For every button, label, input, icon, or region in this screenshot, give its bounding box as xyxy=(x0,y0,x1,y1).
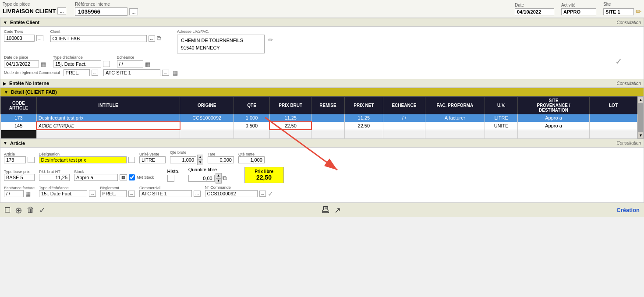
quantite-libre-up[interactable]: ▲ xyxy=(216,173,222,178)
quantite-libre-copy-icon[interactable]: ⧉ xyxy=(223,174,227,182)
activite-input[interactable] xyxy=(561,8,596,15)
article-consultation: Consultation xyxy=(616,141,641,145)
entete-interne-header[interactable]: ▶ Entête No Interne Consultation xyxy=(0,79,644,88)
article-header[interactable]: ▼ Article Consultation xyxy=(0,139,644,148)
qte-nette-input[interactable] xyxy=(238,156,265,163)
scrollbar-up-btn[interactable]: ▲ xyxy=(638,96,644,103)
n-commande-input[interactable] xyxy=(205,190,258,197)
art-type-echeance-input[interactable] xyxy=(39,190,87,197)
art-type-echeance-btn[interactable]: ... xyxy=(89,191,96,197)
edit-icon[interactable]: ✏ xyxy=(636,7,641,16)
unite-vente-input[interactable] xyxy=(139,156,166,163)
art-commercial-btn[interactable]: ... xyxy=(194,191,201,197)
detail-row-1[interactable]: 173 Desinfectant test prix CCS1000092 1,… xyxy=(1,114,637,122)
ref-interne-btn[interactable]: ... xyxy=(129,8,138,15)
adresse-label: Adresse LIV./FAC. xyxy=(177,29,273,34)
stock-input[interactable] xyxy=(74,174,118,181)
entete-client-title: Entête Client xyxy=(10,20,39,25)
row1-intitule: Desinfectant test prix xyxy=(36,114,180,122)
echeance-facture-calendar-icon[interactable]: ▦ xyxy=(25,191,31,197)
qte-brute-down[interactable]: ▼ xyxy=(197,160,203,165)
adresse-row: CHEMIN DE TOURNENFILS 91540 MENNECY ✏ xyxy=(177,35,273,53)
empty-lot xyxy=(589,130,637,138)
detail-table: CODEARTICLE INTITULE ORIGINE QTE PRIX BR… xyxy=(0,96,637,139)
export-button[interactable]: ↗ xyxy=(334,205,341,215)
type-echeance-input[interactable] xyxy=(53,60,101,67)
ec-date-piece-group: Date de pièce ▦ xyxy=(4,55,46,67)
col-lot: LOT xyxy=(589,97,637,114)
designation-btn[interactable]: ... xyxy=(128,157,135,163)
date-piece-label: Date de pièce xyxy=(4,55,46,60)
mode-reglement-btn[interactable]: ... xyxy=(92,70,99,76)
article-input[interactable] xyxy=(4,156,26,163)
client-btn[interactable]: ... xyxy=(149,35,156,42)
print-button[interactable]: 🖶 xyxy=(321,205,330,215)
code-tiers-label: Code Tiers xyxy=(4,29,43,34)
entete-client-header[interactable]: ▼ Entête Client Consultation xyxy=(0,18,644,27)
site-input[interactable] xyxy=(603,8,634,15)
stock-calendar-icon[interactable]: ▦ xyxy=(120,174,127,180)
detail-scrollbar[interactable]: ▲ ▼ xyxy=(637,96,644,139)
echeance-calendar-icon[interactable]: ▦ xyxy=(145,61,150,67)
type-base-prix-label: Type base prix xyxy=(4,170,35,174)
empty-prix-net xyxy=(344,130,383,138)
row2-qte: 0,500 xyxy=(234,122,270,130)
quantite-libre-input[interactable] xyxy=(188,175,215,182)
qte-brute-up[interactable]: ▲ xyxy=(197,155,203,160)
row2-fac-proforma xyxy=(425,122,485,130)
prix-libre-group: Prix libre 22,50 xyxy=(244,167,284,183)
pencil-icon[interactable]: ✏ xyxy=(268,36,273,43)
commercial-calendar-icon[interactable]: ▦ xyxy=(173,70,178,76)
echeance-facture-label: Echéance facture xyxy=(4,186,35,190)
adresse-line2: 91540 MENNECY xyxy=(181,44,261,52)
quantite-libre-down[interactable]: ▼ xyxy=(216,178,222,184)
commercial-input[interactable] xyxy=(103,69,160,76)
commercial-btn[interactable]: ... xyxy=(162,70,169,76)
code-tiers-input[interactable] xyxy=(4,35,35,42)
col-fac-proforma: FAC. PROFORMA xyxy=(425,97,485,114)
top-spacer xyxy=(147,2,506,16)
date-piece-input[interactable] xyxy=(4,60,39,67)
ref-interne-input[interactable] xyxy=(75,7,127,16)
code-tiers-btn[interactable]: ... xyxy=(36,35,43,41)
scrollbar-down-btn[interactable]: ▼ xyxy=(638,132,644,139)
n-commande-btn[interactable]: ... xyxy=(259,191,266,197)
quantite-libre-stepper[interactable]: ▲ ▼ xyxy=(216,173,222,184)
mode-reglement-input[interactable] xyxy=(64,69,90,76)
art-row2: Type base prix P.U. brut HT Stock ▦ Mvt … xyxy=(4,167,640,184)
ec-address-group: Adresse LIV./FAC. CHEMIN DE TOURNENFILS … xyxy=(177,29,273,53)
type-piece-btn[interactable]: ... xyxy=(57,7,66,14)
row1-prix-brut: 11,25 xyxy=(269,114,311,122)
pu-brut-ht-input[interactable] xyxy=(39,174,70,181)
row2-uv: UNITE xyxy=(485,122,518,130)
echeance-label: Echéance xyxy=(117,55,150,60)
date-piece-calendar-icon[interactable]: ▦ xyxy=(41,61,46,67)
histo-checkbox[interactable] xyxy=(167,175,174,182)
art-commercial-input[interactable] xyxy=(139,190,192,197)
article-row: ... xyxy=(4,156,35,163)
empty-intitule xyxy=(36,130,180,138)
validate-button[interactable]: ✓ xyxy=(39,205,46,215)
checkbox-icon[interactable]: ☐ xyxy=(4,206,11,214)
copy-icon[interactable]: ⧉ xyxy=(157,35,161,42)
activite-field: Activité xyxy=(561,3,596,15)
add-button[interactable]: ⊕ xyxy=(15,205,22,216)
article-label: Article xyxy=(4,152,35,156)
type-base-prix-input[interactable] xyxy=(4,174,35,181)
type-echeance-btn[interactable]: ... xyxy=(103,61,110,67)
article-btn[interactable]: ... xyxy=(28,157,35,163)
tare-input[interactable] xyxy=(208,156,234,163)
echeance-input[interactable] xyxy=(117,60,143,67)
mvt-stock-checkbox[interactable] xyxy=(129,174,135,180)
qte-brute-stepper[interactable]: ▲ ▼ xyxy=(197,155,203,165)
designation-input[interactable] xyxy=(39,156,127,163)
qte-brute-input[interactable] xyxy=(170,156,196,163)
date-input[interactable] xyxy=(515,8,554,15)
client-input[interactable] xyxy=(50,35,147,42)
row1-origine: CCS1000092 xyxy=(180,114,234,122)
echeance-facture-input[interactable] xyxy=(4,190,24,197)
art-reglement-input[interactable] xyxy=(100,190,127,197)
detail-row-2[interactable]: 145 ACIDE CITRIQUE 0,500 22,50 22,50 UNI… xyxy=(1,122,637,130)
delete-button[interactable]: 🗑 xyxy=(27,205,35,215)
art-reglement-btn[interactable]: ... xyxy=(128,191,135,197)
